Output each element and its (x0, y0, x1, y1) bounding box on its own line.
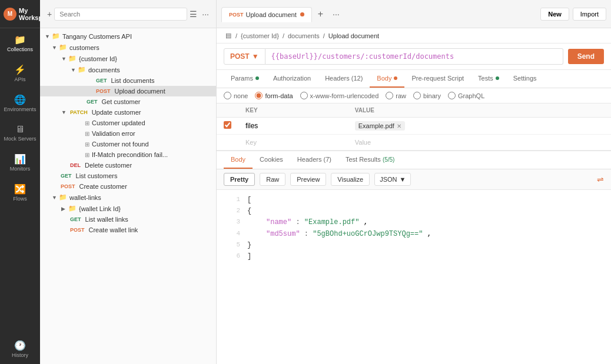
option-binary[interactable]: binary (413, 92, 441, 99)
sidebar-item-label: History (12, 352, 28, 358)
json-brace: { (247, 206, 251, 217)
tab-headers[interactable]: Headers (12) (318, 70, 370, 88)
filter-button[interactable]: ☰ (187, 8, 200, 20)
tree-item-upload-document[interactable]: POST Upload document (40, 86, 216, 96)
tree-item-wallet-link-id[interactable]: ▶ 📁 {wallet Link Id} (40, 203, 216, 214)
tree-item-create-wallet-link[interactable]: POST Create wallet link (40, 225, 216, 235)
collections-panel: + ☰ ··· ▼ 📁 Tangany Customers API ▼ 📁 cu… (40, 0, 217, 364)
tab-label: Headers (7) (297, 156, 331, 163)
tab-upload-document[interactable]: POST Upload document (221, 7, 312, 22)
tree-item-create-customer[interactable]: POST Create customer (40, 181, 216, 192)
tab-label: Upload document (246, 11, 297, 18)
collection-root[interactable]: ▼ 📁 Tangany Customers API (40, 31, 216, 42)
item-label: Customer not found (92, 141, 214, 148)
tab-params[interactable]: Params (224, 70, 266, 88)
remove-file-button[interactable]: ✕ (397, 123, 401, 129)
option-form-data[interactable]: form-data (255, 92, 293, 99)
json-line-4: 4 "md5sum" : "5gBOhd+uoGCrOJwp9TSYQg==" … (217, 229, 611, 240)
folder-icon: 📁 (68, 205, 77, 212)
sidebar-item-environments[interactable]: 🌐 Environments (0, 88, 40, 118)
environments-icon: 🌐 (14, 94, 26, 105)
breadcrumb: ▤ / {customer Id} / documents / Upload d… (217, 28, 611, 44)
empty-checkbox-cell (217, 135, 238, 151)
url-input[interactable] (265, 48, 563, 65)
add-tab-button[interactable]: + (313, 6, 328, 22)
collections-icon: 📁 (14, 34, 26, 45)
tree-item-customer-updated[interactable]: ⊞ Customer updated (40, 118, 216, 128)
format-visualize-button[interactable]: Visualize (331, 173, 370, 186)
more-options-button[interactable]: ··· (200, 8, 211, 20)
tree-item-validation-error[interactable]: ⊞ Validation error (40, 128, 216, 139)
method-badge: DEL (68, 162, 82, 169)
format-raw-button[interactable]: Raw (260, 173, 285, 186)
sidebar-item-apis[interactable]: ⚡ APIs (0, 58, 40, 88)
json-line-6: 6 ] (217, 251, 611, 262)
wrap-icon[interactable]: ⇌ (597, 175, 604, 184)
resp-tab-cookies[interactable]: Cookies (253, 151, 290, 169)
item-label: Upload document (115, 88, 214, 95)
tab-authorization[interactable]: Authorization (266, 70, 318, 88)
line-number: 6 (224, 251, 240, 262)
tree-item-list-customers[interactable]: GET List customers (40, 171, 216, 181)
sidebar-item-mock-servers[interactable]: 🖥 Mock Servers (0, 118, 40, 148)
resp-tab-test-results[interactable]: Test Results (5/5) (338, 151, 402, 169)
item-label: Customer updated (92, 119, 214, 126)
import-button[interactable]: Import (573, 8, 606, 21)
tab-more-button[interactable]: ··· (328, 7, 344, 21)
send-button[interactable]: Send (568, 49, 604, 64)
row-key-cell: files (238, 118, 348, 135)
option-none[interactable]: none (224, 92, 248, 99)
resp-tab-body[interactable]: Body (224, 151, 253, 169)
tab-label: Body (377, 75, 391, 82)
th-checkbox (217, 103, 238, 118)
option-graphql[interactable]: GraphQL (448, 92, 484, 99)
tree-item-delete-customer[interactable]: DEL Delete customer (40, 160, 216, 171)
tree-item-documents[interactable]: ▼ 📁 documents (40, 64, 216, 75)
search-input[interactable] (54, 8, 187, 21)
tree-item-update-customer[interactable]: ▼ PATCH Update customer (40, 107, 216, 118)
sidebar-item-history[interactable]: 🕐 History (0, 334, 40, 364)
tree-item-get-customer[interactable]: GET Get customer (40, 96, 216, 107)
sidebar-item-label: Environments (4, 106, 36, 112)
resp-tab-headers[interactable]: Headers (7) (290, 151, 338, 169)
row-checkbox-cell (217, 118, 238, 135)
body-options: none form-data x-www-form-urlencoded raw… (217, 88, 611, 103)
sidebar-item-collections[interactable]: 📁 Collections (0, 28, 40, 58)
tree-item-customer-id[interactable]: ▼ 📁 {customer Id} (40, 53, 216, 64)
format-pretty-button[interactable]: Pretty (224, 173, 255, 186)
tab-bar: POST Upload document + ··· New Import (217, 0, 611, 28)
row-checkbox[interactable] (224, 121, 231, 129)
table-row-empty: Key Value (217, 135, 611, 151)
tab-pre-request[interactable]: Pre-request Script (404, 70, 471, 88)
language-select[interactable]: JSON ▼ (374, 173, 411, 186)
tab-tests[interactable]: Tests (471, 70, 506, 88)
empty-key-cell[interactable]: Key (238, 135, 348, 151)
option-raw[interactable]: raw (386, 92, 406, 99)
monitors-icon: 📊 (14, 153, 26, 165)
tree-item-list-documents[interactable]: GET List documents (40, 75, 216, 86)
json-colon: : (304, 230, 313, 238)
method-chevron-icon: ▼ (252, 52, 259, 61)
tree-item-customer-not-found[interactable]: ⊞ Customer not found (40, 139, 216, 149)
tree-item-customers[interactable]: ▼ 📁 customers (40, 42, 216, 53)
sidebar-item-label: Flows (13, 196, 27, 202)
format-preview-button[interactable]: Preview (290, 173, 326, 186)
sidebar-item-monitors[interactable]: 📊 Monitors (0, 148, 40, 178)
file-name: Example.pdf (358, 122, 394, 129)
workspace-header[interactable]: M My Workspace (0, 0, 40, 28)
response-tabs: Body Cookies Headers (7) Test Results (5… (217, 151, 611, 169)
item-label: Validation error (92, 130, 214, 137)
tree-item-if-match[interactable]: ⊞ If-Match precondition fail... (40, 149, 216, 160)
new-button[interactable]: New (540, 8, 569, 21)
tab-settings[interactable]: Settings (506, 70, 544, 88)
method-select[interactable]: POST ▼ (224, 48, 265, 65)
tree-item-list-wallet-links[interactable]: GET List wallet links (40, 214, 216, 225)
sidebar-item-flows[interactable]: 🔀 Flows (0, 178, 40, 208)
empty-value-cell[interactable]: Value (348, 135, 611, 151)
add-collection-button[interactable]: + (45, 8, 54, 20)
tab-body[interactable]: Body (370, 70, 404, 88)
option-urlencoded[interactable]: x-www-form-urlencoded (300, 92, 379, 99)
tree-item-wallet-links[interactable]: ▼ 📁 wallet-links (40, 192, 216, 203)
chevron-down-icon: ▼ (71, 67, 78, 73)
breadcrumb-icon: ▤ (225, 32, 231, 39)
